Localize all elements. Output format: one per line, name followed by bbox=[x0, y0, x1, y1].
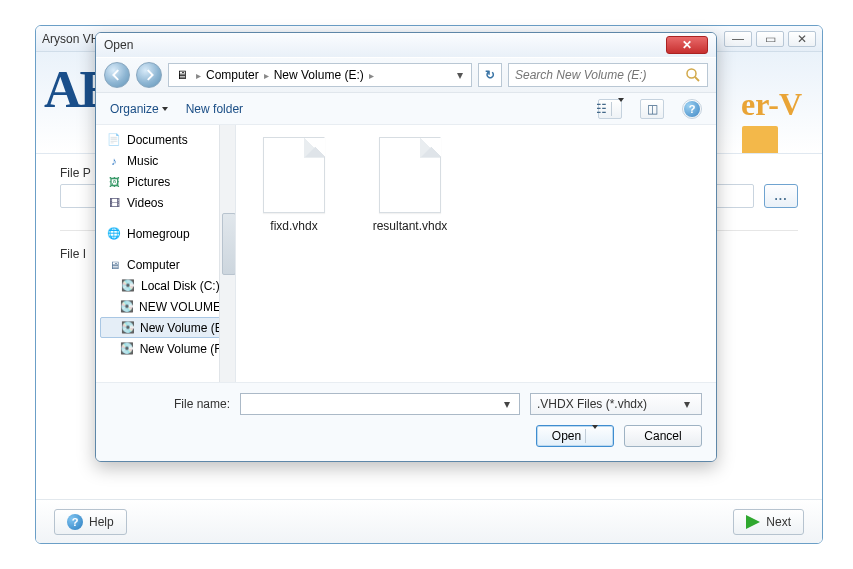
comp-icon: 🖥 bbox=[106, 258, 122, 272]
file-name-input[interactable] bbox=[245, 397, 499, 411]
tree-item-label: New Volume (F:) bbox=[140, 342, 229, 356]
search-input[interactable] bbox=[515, 68, 679, 82]
help-button[interactable]: ? Help bbox=[54, 509, 127, 535]
open-button[interactable]: Open bbox=[536, 425, 614, 447]
computer-icon: 🖥 bbox=[173, 68, 191, 82]
tree-item-computer[interactable]: 🖥Computer bbox=[100, 254, 235, 275]
tree-item-pictures[interactable]: 🖼Pictures bbox=[100, 171, 235, 192]
dialog-title: Open bbox=[104, 38, 666, 52]
browse-button[interactable]: ... bbox=[764, 184, 798, 208]
dialog-nav: 🖥 ▸ Computer ▸ New Volume (E:) ▸ ▾ ↻ bbox=[96, 57, 716, 93]
chevron-down-icon bbox=[592, 425, 598, 443]
tree-item-videos[interactable]: 🎞Videos bbox=[100, 192, 235, 213]
new-folder-button[interactable]: New folder bbox=[186, 102, 243, 116]
file-label: fixd.vhdx bbox=[270, 219, 317, 233]
file-name-label: File name: bbox=[110, 397, 230, 411]
nav-back-button[interactable] bbox=[104, 62, 130, 88]
svg-line-1 bbox=[695, 77, 699, 81]
tree-item-label: Documents bbox=[127, 133, 188, 147]
help-icon: ? bbox=[67, 514, 83, 530]
disk-icon: 💽 bbox=[120, 300, 134, 314]
tree-item-new-volume-e-[interactable]: 💽New Volume (E:) bbox=[100, 317, 235, 338]
tree-item-music[interactable]: ♪Music bbox=[100, 150, 235, 171]
tree-item-label: Music bbox=[127, 154, 158, 168]
file-item[interactable]: resultant.vhdx bbox=[370, 137, 450, 233]
cancel-button[interactable]: Cancel bbox=[624, 425, 702, 447]
disk-icon: 💽 bbox=[121, 321, 135, 335]
disk-icon: 💽 bbox=[120, 279, 136, 293]
banner-suffix: er-V bbox=[741, 86, 802, 123]
pics-icon: 🖼 bbox=[106, 175, 122, 189]
file-item[interactable]: fixd.vhdx bbox=[254, 137, 334, 233]
organize-menu[interactable]: Organize bbox=[110, 102, 168, 116]
chevron-right-icon: ▸ bbox=[367, 70, 376, 81]
next-button[interactable]: Next bbox=[733, 509, 804, 535]
app-close-button[interactable]: ✕ bbox=[788, 31, 816, 47]
tree-item-documents[interactable]: 📄Documents bbox=[100, 129, 235, 150]
breadcrumb-dropdown[interactable]: ▾ bbox=[453, 68, 467, 82]
app-footer: ? Help Next bbox=[36, 499, 822, 543]
tree-item-homegroup[interactable]: 🌐Homegroup bbox=[100, 223, 235, 244]
file-icon bbox=[263, 137, 325, 213]
nav-forward-button[interactable] bbox=[136, 62, 162, 88]
search-box[interactable] bbox=[508, 63, 708, 87]
view-icon: ☷ bbox=[596, 102, 607, 116]
dialog-toolbar: Organize New folder ☷ ◫ ? bbox=[96, 93, 716, 125]
home-icon: 🌐 bbox=[106, 227, 122, 241]
help-button[interactable]: ? bbox=[682, 99, 702, 119]
tree-item-label: Local Disk (C:) bbox=[141, 279, 220, 293]
nav-tree: 📄Documents♪Music🖼Pictures🎞Videos🌐Homegro… bbox=[96, 125, 236, 382]
docs-icon: 📄 bbox=[106, 133, 122, 147]
breadcrumb-current[interactable]: New Volume (E:) bbox=[274, 68, 364, 82]
arrow-right-icon bbox=[143, 69, 155, 81]
chevron-down-icon bbox=[162, 107, 168, 111]
arrow-left-icon bbox=[111, 69, 123, 81]
chevron-right-icon: ▸ bbox=[194, 70, 203, 81]
breadcrumb-root[interactable]: Computer bbox=[206, 68, 259, 82]
tree-item-label: New Volume (E:) bbox=[140, 321, 230, 335]
music-icon: ♪ bbox=[106, 154, 122, 168]
tree-item-label: Computer bbox=[127, 258, 180, 272]
tree-item-label: Videos bbox=[127, 196, 163, 210]
tree-item-new-volume-d[interactable]: 💽NEW VOLUME (D bbox=[100, 296, 235, 317]
vid-icon: 🎞 bbox=[106, 196, 122, 210]
filter-label: .VHDX Files (*.vhdx) bbox=[537, 397, 679, 411]
tree-item-label: Pictures bbox=[127, 175, 170, 189]
file-name-combo[interactable]: ▾ bbox=[240, 393, 520, 415]
scrollbar[interactable] bbox=[219, 125, 235, 382]
dialog-content: 📄Documents♪Music🖼Pictures🎞Videos🌐Homegro… bbox=[96, 125, 716, 382]
file-pane[interactable]: fixd.vhdxresultant.vhdx bbox=[236, 125, 716, 382]
file-type-filter[interactable]: .VHDX Files (*.vhdx) ▾ bbox=[530, 393, 702, 415]
dialog-close-button[interactable]: ✕ bbox=[666, 36, 708, 54]
refresh-icon: ↻ bbox=[485, 68, 495, 82]
arrow-right-icon bbox=[746, 515, 760, 529]
search-icon bbox=[685, 67, 701, 83]
disk-icon: 💽 bbox=[120, 342, 135, 356]
view-options-button[interactable]: ☷ bbox=[598, 99, 622, 119]
tree-item-label: Homegroup bbox=[127, 227, 190, 241]
chevron-down-icon[interactable]: ▾ bbox=[499, 397, 515, 411]
folder-icon bbox=[742, 126, 778, 154]
minimize-button[interactable]: — bbox=[724, 31, 752, 47]
dialog-titlebar: Open ✕ bbox=[96, 33, 716, 57]
help-icon: ? bbox=[684, 101, 700, 117]
tree-item-local-disk-c-[interactable]: 💽Local Disk (C:) bbox=[100, 275, 235, 296]
file-label: resultant.vhdx bbox=[373, 219, 448, 233]
svg-point-0 bbox=[687, 69, 696, 78]
open-dialog: Open ✕ 🖥 ▸ Computer ▸ New Volume (E:) ▸ … bbox=[95, 32, 717, 462]
tree-item-new-volume-f-[interactable]: 💽New Volume (F:) bbox=[100, 338, 235, 359]
preview-pane-icon: ◫ bbox=[647, 102, 658, 116]
chevron-down-icon bbox=[618, 98, 624, 116]
next-label: Next bbox=[766, 515, 791, 529]
dialog-bottom: File name: ▾ .VHDX Files (*.vhdx) ▾ Open… bbox=[96, 382, 716, 461]
chevron-down-icon[interactable]: ▾ bbox=[679, 397, 695, 411]
refresh-button[interactable]: ↻ bbox=[478, 63, 502, 87]
help-label: Help bbox=[89, 515, 114, 529]
maximize-button[interactable]: ▭ bbox=[756, 31, 784, 47]
breadcrumb[interactable]: 🖥 ▸ Computer ▸ New Volume (E:) ▸ ▾ bbox=[168, 63, 472, 87]
chevron-right-icon: ▸ bbox=[262, 70, 271, 81]
file-icon bbox=[379, 137, 441, 213]
preview-pane-button[interactable]: ◫ bbox=[640, 99, 664, 119]
